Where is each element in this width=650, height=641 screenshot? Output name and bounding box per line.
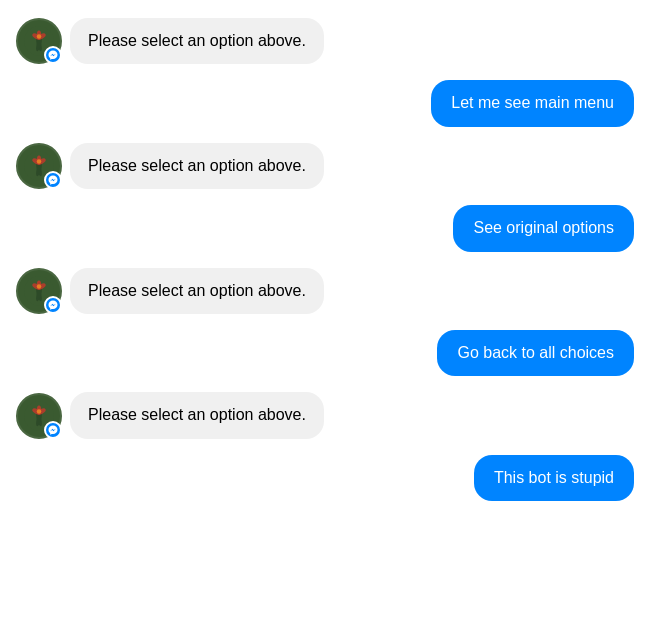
message-row-3: See original options	[16, 205, 634, 251]
bot-bubble-2: Please select an option above.	[70, 143, 324, 189]
bot-avatar	[16, 393, 62, 439]
message-row-5: Go back to all choices	[16, 330, 634, 376]
svg-point-20	[37, 284, 42, 289]
user-bubble-1: Let me see main menu	[431, 80, 634, 126]
message-row-6: Please select an option above.	[16, 392, 634, 438]
svg-point-13	[37, 159, 42, 164]
message-row-2: Please select an option above.	[16, 143, 634, 189]
message-row-7: This bot is stupid	[16, 455, 634, 501]
message-row-4: Please select an option above.	[16, 268, 634, 314]
user-bubble-3: See original options	[453, 205, 634, 251]
bot-bubble-0: Please select an option above.	[70, 18, 324, 64]
messenger-badge	[44, 296, 62, 314]
bot-avatar	[16, 143, 62, 189]
user-bubble-5: Go back to all choices	[437, 330, 634, 376]
user-bubble-7: This bot is stupid	[474, 455, 634, 501]
messenger-badge	[44, 421, 62, 439]
svg-point-27	[37, 409, 42, 414]
messenger-badge	[44, 46, 62, 64]
message-row-0: Please select an option above.	[16, 18, 634, 64]
message-row-1: Let me see main menu	[16, 80, 634, 126]
messenger-badge	[44, 171, 62, 189]
chat-container: Please select an option above. Let me se…	[16, 18, 634, 517]
bot-avatar	[16, 18, 62, 64]
svg-point-6	[37, 35, 42, 40]
bot-bubble-4: Please select an option above.	[70, 268, 324, 314]
bot-avatar	[16, 268, 62, 314]
bot-bubble-6: Please select an option above.	[70, 392, 324, 438]
